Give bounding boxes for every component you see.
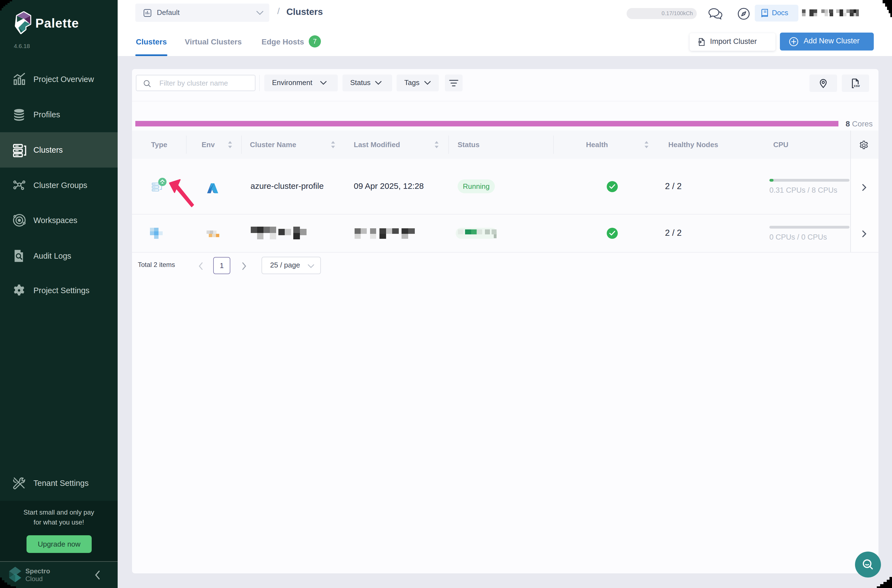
svg-text:csv: csv — [854, 84, 860, 88]
